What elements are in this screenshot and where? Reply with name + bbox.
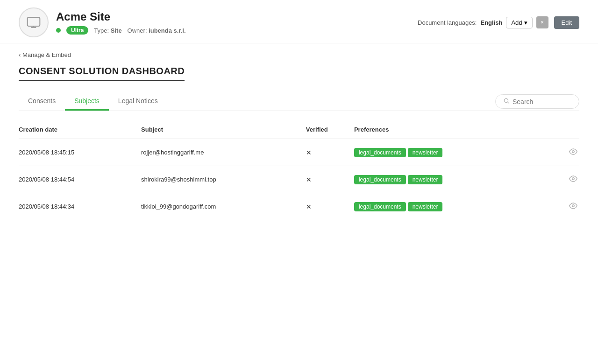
preference-tag: newsletter	[408, 148, 443, 157]
page-header: Acme Site Ultra Type: Site Owner: iubend…	[0, 0, 598, 43]
preference-tag: newsletter	[408, 175, 443, 184]
svg-line-2	[508, 102, 509, 104]
preference-tag: newsletter	[408, 202, 443, 211]
dropdown-icon: ▾	[524, 19, 527, 26]
site-type: Type: Site	[94, 27, 121, 34]
col-preferences: Preferences	[354, 122, 553, 139]
breadcrumb-bar: Manage & Embed	[0, 43, 598, 66]
not-verified-icon: ✕	[306, 149, 312, 156]
cell-creation-date: 2020/05/08 18:44:34	[19, 193, 141, 220]
cell-creation-date: 2020/05/08 18:44:54	[19, 166, 141, 193]
cell-action	[553, 166, 579, 193]
cell-preferences: legal_documentsnewsletter	[354, 139, 553, 166]
doc-languages: Document languages: English Add ▾ ×	[418, 16, 548, 28]
cell-verified: ✕	[306, 193, 354, 220]
add-label: Add	[511, 19, 522, 26]
header-right: Document languages: English Add ▾ × Edit	[418, 16, 579, 29]
site-avatar	[19, 7, 49, 37]
breadcrumb-link[interactable]: Manage & Embed	[19, 51, 71, 58]
view-subject-button[interactable]	[567, 200, 579, 213]
doc-languages-label: Document languages:	[418, 19, 477, 26]
delete-icon: ×	[541, 19, 544, 26]
tab-subjects[interactable]: Subjects	[65, 92, 109, 111]
preference-tag: legal_documents	[354, 175, 406, 184]
cell-subject: shirokira99@shoshimmi.top	[141, 166, 306, 193]
view-subject-button[interactable]	[567, 173, 579, 186]
cell-creation-date: 2020/05/08 18:45:15	[19, 139, 141, 166]
site-name: Acme Site	[56, 10, 186, 23]
table-row: 2020/05/08 18:44:34tikkiol_99@gondogarif…	[19, 193, 579, 220]
preference-tag: legal_documents	[354, 202, 406, 211]
svg-point-1	[504, 98, 508, 102]
svg-rect-0	[28, 17, 40, 26]
col-subject: Subject	[141, 122, 306, 139]
table-row: 2020/05/08 18:44:54shirokira99@shoshimmi…	[19, 166, 579, 193]
tabs-list: Consents Subjects Legal Notices	[19, 92, 167, 111]
col-verified: Verified	[306, 122, 354, 139]
dashboard-title: CONSENT SOLUTION DASHBOARD	[19, 66, 185, 81]
subjects-table: Creation date Subject Verified Preferenc…	[19, 122, 579, 220]
svg-point-5	[572, 205, 575, 207]
col-creation-date: Creation date	[19, 122, 141, 139]
not-verified-icon: ✕	[306, 176, 312, 183]
cell-subject: rojjer@hostinggariff.me	[141, 139, 306, 166]
delete-language-button[interactable]: ×	[536, 16, 548, 28]
cell-verified: ✕	[306, 166, 354, 193]
svg-point-4	[572, 178, 575, 180]
plan-badge: Ultra	[66, 26, 88, 35]
site-owner: Owner: iubenda s.r.l.	[128, 27, 186, 34]
site-meta: Ultra Type: Site Owner: iubenda s.r.l.	[56, 26, 186, 35]
cell-preferences: legal_documentsnewsletter	[354, 166, 553, 193]
not-verified-icon: ✕	[306, 203, 312, 210]
cell-verified: ✕	[306, 139, 354, 166]
preference-tag: legal_documents	[354, 148, 406, 157]
add-language-button[interactable]: Add ▾	[506, 17, 532, 28]
site-info: Acme Site Ultra Type: Site Owner: iubend…	[56, 10, 186, 35]
svg-point-3	[572, 151, 575, 153]
search-icon	[503, 98, 510, 105]
main-content: CONSENT SOLUTION DASHBOARD Consents Subj…	[0, 66, 598, 220]
table-row: 2020/05/08 18:45:15rojjer@hostinggariff.…	[19, 139, 579, 166]
search-box	[495, 94, 579, 109]
search-input[interactable]	[513, 98, 569, 105]
doc-language-value: English	[481, 19, 503, 26]
edit-button[interactable]: Edit	[554, 16, 579, 29]
tabs-bar: Consents Subjects Legal Notices	[19, 92, 579, 111]
status-dot	[56, 28, 61, 33]
tab-consents[interactable]: Consents	[19, 92, 65, 111]
header-left: Acme Site Ultra Type: Site Owner: iubend…	[19, 7, 186, 37]
view-subject-button[interactable]	[567, 146, 579, 159]
cell-subject: tikkiol_99@gondogariff.com	[141, 193, 306, 220]
cell-preferences: legal_documentsnewsletter	[354, 193, 553, 220]
cell-action	[553, 139, 579, 166]
tab-legal-notices[interactable]: Legal Notices	[109, 92, 167, 111]
cell-action	[553, 193, 579, 220]
